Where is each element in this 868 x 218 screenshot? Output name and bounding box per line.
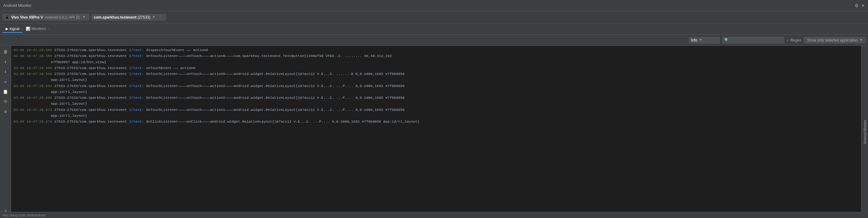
- regex-checkmark: ✓: [786, 38, 789, 43]
- filter-row: Info ▼ 🔍 ✓ Regex Show only selected appl…: [0, 35, 868, 46]
- log-line: 03-06 10:47:28.565 27533-27533/com.spark…: [11, 47, 861, 53]
- log-line: app:id/rl_layout}: [11, 77, 861, 83]
- toolbar: 📱 Vivo Vivo X5Pro V Android 5.0.2, API 2…: [0, 11, 868, 24]
- app-title: Android Monitor: [3, 3, 32, 8]
- regex-label: Regex: [790, 38, 801, 42]
- regex-checkbox[interactable]: ✓ Regex: [786, 38, 801, 43]
- restart-button[interactable]: ⟳: [1, 97, 10, 106]
- log-line: 03-06 10:47:28.602 27533-27533/com.spark…: [11, 83, 861, 89]
- app-selector[interactable]: com.sparkhuu.testevent (27533) ▼: [92, 14, 166, 21]
- tab-monitors[interactable]: 📊 Monitors →: [23, 25, 53, 33]
- copy-button[interactable]: 📋: [1, 87, 10, 96]
- log-line: 03-06 10:47:28.674 27533-27533/com.spark…: [11, 119, 861, 124]
- log-line: 03-06 10:47:28.566 27533-27533/com.spark…: [11, 71, 861, 77]
- title-bar: Android Monitor ⚙ ✕: [0, 0, 868, 11]
- monitors-tab-label: Monitors: [32, 27, 46, 31]
- log-line: app:id/rl_layout}: [11, 101, 861, 106]
- scroll-down-button[interactable]: ⬇: [1, 67, 10, 76]
- app-dropdown-arrow: ▼: [153, 15, 155, 19]
- search-icon: 🔍: [724, 38, 729, 42]
- main-area: 🗑 ⬆ ⬇ ✕ 📋 ⟳ ⚙ ? 03-06 10:47:28.565 27533…: [0, 46, 868, 218]
- close-button[interactable]: ✕: [861, 3, 865, 8]
- settings-button[interactable]: ⚙: [855, 3, 859, 8]
- scroll-up-button[interactable]: ⬆: [1, 58, 10, 66]
- search-box[interactable]: 🔍: [722, 37, 784, 43]
- close-filter-button[interactable]: ✕: [1, 77, 10, 86]
- settings-sidebar-button[interactable]: ⚙: [1, 107, 10, 116]
- left-sidebar: 🗑 ⬆ ⬇ ✕ 📋 ⟳ ⚙ ?: [0, 46, 11, 218]
- log-line: app:id/rl_layout}: [11, 89, 861, 95]
- monitors-tab-arrow: →: [47, 27, 50, 30]
- right-sidebar: Android Monitor: [861, 46, 868, 218]
- device-name: Vivo Vivo X5Pro V: [11, 15, 43, 20]
- logcat-tab-icon: ▶: [6, 27, 8, 31]
- device-api: Android 5.0.2, API 21: [45, 15, 80, 20]
- status-bar: http://blog.csdn.net/eandroid: [0, 212, 868, 218]
- status-url: http://blog.csdn.net/eandroid: [2, 213, 45, 217]
- device-selector[interactable]: 📱 Vivo Vivo X5Pro V Android 5.0.2, API 2…: [2, 14, 89, 21]
- show-selected-button[interactable]: Show only selected application ▼: [804, 37, 866, 43]
- log-line: 03-06 10:47:28.565 27533-27533/com.spark…: [11, 65, 861, 71]
- clear-logcat-button[interactable]: 🗑: [1, 48, 10, 56]
- search-input[interactable]: [730, 38, 780, 42]
- log-line: 03-06 10:47:28.565 27533-27533/com.spark…: [11, 53, 861, 59]
- level-text: Info: [691, 38, 697, 42]
- tabs-row: ▶ logcat 📊 Monitors →: [0, 24, 868, 35]
- right-sidebar-label[interactable]: Android Monitor: [863, 120, 867, 144]
- level-dropdown-arrow: ▼: [700, 38, 702, 42]
- logcat-tab-label: logcat: [9, 27, 20, 31]
- monitors-tab-icon: 📊: [26, 27, 30, 31]
- level-selector[interactable]: Info ▼: [689, 37, 720, 43]
- log-line: #7f0b0057 app:id/btn_view}: [11, 59, 861, 65]
- show-selected-label: Show only selected application: [807, 38, 858, 42]
- log-line: 03-06 10:47:28.673 27533-27533/com.spark…: [11, 107, 861, 113]
- device-dropdown-arrow: ▼: [83, 15, 85, 19]
- log-line: 03-06 10:47:28.668 27533-27533/com.spark…: [11, 95, 861, 101]
- tab-logcat[interactable]: ▶ logcat: [2, 25, 23, 33]
- show-selected-arrow: ▼: [860, 38, 862, 42]
- title-bar-actions: ⚙ ✕: [855, 3, 865, 8]
- app-id: com.sparkhuu.testevent (27533): [94, 15, 150, 20]
- log-content[interactable]: 03-06 10:47:28.565 27533-27533/com.spark…: [11, 46, 861, 218]
- device-icon: 📱: [5, 15, 9, 20]
- log-line: app:id/rl_layout}: [11, 113, 861, 119]
